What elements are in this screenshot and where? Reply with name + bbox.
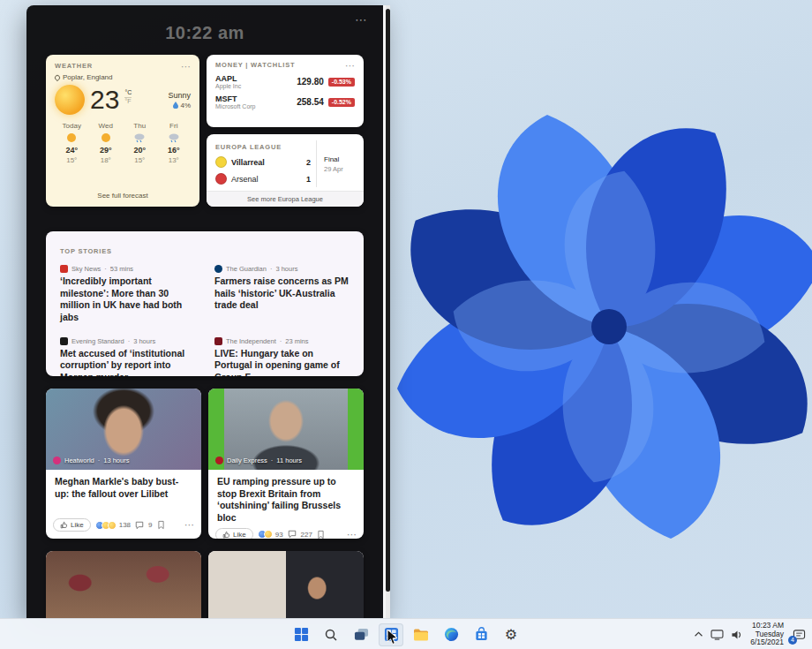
- reactions-cluster[interactable]: 138: [95, 521, 131, 530]
- tray-clock[interactable]: 10:23 AM Tuesday 6/15/2021: [750, 622, 784, 647]
- see-more-europa-link[interactable]: See more Europa League: [207, 191, 364, 207]
- card-menu-button[interactable]: ⋯: [184, 519, 194, 531]
- taskbar-taskview-button[interactable]: [349, 623, 373, 646]
- thumbs-up-icon: [60, 521, 68, 529]
- comments-button[interactable]: 227: [288, 530, 312, 539]
- chevron-up-icon: [694, 631, 703, 638]
- weather-location: Poplar, England: [63, 73, 113, 81]
- scrollbar-thumb[interactable]: [386, 9, 390, 592]
- search-icon: [324, 628, 338, 642]
- desktop: 10:22 am ⋯ WEATHER ⋯ Poplar, England: [0, 0, 812, 649]
- edge-browser-icon: [444, 627, 459, 642]
- heatworld-icon: [53, 457, 61, 464]
- taskbar-store-button[interactable]: [469, 623, 493, 646]
- like-button[interactable]: Like: [53, 518, 91, 532]
- tray-notification-button[interactable]: 4: [791, 627, 807, 643]
- money-widget[interactable]: MONEY | WATCHLIST ⋯ AAPL Apple Inc 129.8…: [207, 55, 364, 127]
- panel-menu-button[interactable]: ⋯: [355, 12, 367, 26]
- sun-icon: [100, 132, 112, 144]
- taskbar-settings-button[interactable]: ⚙: [499, 623, 523, 646]
- news-card-image: Daily Express·11 hours: [208, 389, 364, 470]
- weather-forecast: Today 24° 15° Wed 29° 18° Thu: [55, 122, 191, 188]
- story-item[interactable]: The Independent·23 mins LIVE: Hungary ta…: [214, 337, 350, 376]
- notification-count-badge: 4: [788, 636, 797, 645]
- weather-temperature: 23: [90, 87, 119, 113]
- reactions-cluster[interactable]: 93: [258, 530, 283, 539]
- tray-network-button[interactable]: [710, 630, 724, 640]
- reaction-emoji-icon: [108, 521, 117, 530]
- thumbs-up-icon: [222, 531, 230, 539]
- reaction-emoji-icon: [264, 530, 273, 539]
- like-button[interactable]: Like: [215, 528, 253, 539]
- panel-header: 10:22 am ⋯: [26, 5, 383, 55]
- mouse-cursor: [387, 629, 400, 646]
- microsoft-store-icon: [474, 627, 489, 642]
- stock-row[interactable]: MSFT Microsoft Corp 258.54 -0.52%: [215, 94, 355, 109]
- bookmark-button[interactable]: [317, 530, 325, 539]
- independent-icon: [214, 337, 222, 345]
- weather-widget[interactable]: WEATHER ⋯ Poplar, England 23 °C °F: [46, 55, 199, 207]
- stock-row[interactable]: AAPL Apple Inc 129.80 -0.53%: [215, 74, 355, 89]
- unit-toggle[interactable]: °C °F: [124, 89, 132, 105]
- news-card[interactable]: Heatworld·13 hours Meghan Markle's baby …: [46, 389, 201, 539]
- rain-cloud-icon: [168, 132, 180, 144]
- comment-icon: [135, 521, 144, 530]
- taskbar: ⚙ 10:23 AM Tuesday 6/15/2021 4: [0, 618, 812, 649]
- forecast-day[interactable]: Fri 16° 13°: [157, 122, 192, 188]
- match-status: Final: [324, 155, 355, 163]
- change-badge: -0.53%: [328, 78, 355, 87]
- evening-standard-icon: [60, 337, 68, 345]
- unit-fahrenheit[interactable]: °F: [124, 97, 132, 105]
- news-card[interactable]: Daily Express·11 hours EU ramping pressu…: [208, 389, 364, 539]
- team-row: Arsenal 1: [215, 173, 311, 185]
- bookmark-button[interactable]: [157, 520, 165, 530]
- sky-news-icon: [60, 265, 68, 273]
- villarreal-crest-icon: [215, 156, 227, 168]
- news-card-image: [208, 551, 364, 618]
- forecast-day[interactable]: Thu 20° 15°: [123, 122, 157, 188]
- comments-button[interactable]: 9: [135, 521, 152, 530]
- news-card[interactable]: [46, 551, 201, 618]
- daily-express-icon: [215, 457, 223, 464]
- unit-celsius[interactable]: °C: [124, 89, 132, 96]
- story-item[interactable]: Evening Standard·3 hours Met accused of …: [60, 337, 195, 376]
- money-menu-button[interactable]: ⋯: [345, 62, 355, 69]
- panel-clock: 10:22 am: [26, 5, 383, 43]
- story-item[interactable]: The Guardian·3 hours Farmers raise conce…: [214, 265, 350, 324]
- team-row: Villarreal 2: [215, 156, 311, 168]
- comment-icon: [288, 530, 297, 539]
- weather-menu-button[interactable]: ⋯: [181, 63, 191, 70]
- forecast-day[interactable]: Today 24° 15°: [55, 122, 89, 188]
- see-full-forecast-link[interactable]: See full forecast: [55, 188, 191, 201]
- bookmark-icon: [317, 530, 325, 539]
- card-menu-button[interactable]: ⋯: [347, 529, 357, 539]
- tray-chevron-button[interactable]: [694, 631, 703, 638]
- money-title: MONEY | WATCHLIST: [215, 61, 295, 69]
- story-item[interactable]: Sky News·53 mins ‘Incredibly important m…: [60, 265, 195, 324]
- news-card[interactable]: [208, 551, 364, 618]
- top-stories-widget: TOP STORIES Sky News·53 mins ‘Incredibly…: [46, 231, 364, 376]
- weather-title: WEATHER: [55, 62, 93, 70]
- taskbar-search-button[interactable]: [319, 623, 343, 646]
- forecast-day[interactable]: Wed 29° 18°: [89, 122, 124, 188]
- panel-scrollbar[interactable]: [386, 5, 390, 618]
- match-date: 29 Apr: [324, 165, 355, 173]
- news-card-image: Heatworld·13 hours: [46, 389, 201, 470]
- guardian-icon: [214, 265, 222, 273]
- top-stories-title: TOP STORIES: [60, 247, 112, 255]
- location-pin-icon: [54, 73, 61, 80]
- windows-start-icon: [294, 627, 309, 642]
- tray-volume-button[interactable]: [731, 630, 743, 640]
- change-badge: -0.52%: [328, 98, 355, 107]
- weather-precipitation: 4%: [180, 102, 191, 109]
- widgets-panel: 10:22 am ⋯ WEATHER ⋯ Poplar, England: [26, 5, 383, 618]
- arsenal-crest-icon: [215, 173, 227, 185]
- droplet-icon: [173, 102, 178, 109]
- task-view-icon: [354, 627, 369, 642]
- taskbar-edge-button[interactable]: [439, 623, 463, 646]
- taskbar-explorer-button[interactable]: [409, 623, 433, 646]
- sports-widget[interactable]: EUROPA LEAGUE Villarreal 2 Arsenal 1: [207, 134, 364, 207]
- bookmark-icon: [157, 520, 165, 530]
- sun-icon: [55, 85, 85, 115]
- taskbar-start-button[interactable]: [289, 623, 313, 646]
